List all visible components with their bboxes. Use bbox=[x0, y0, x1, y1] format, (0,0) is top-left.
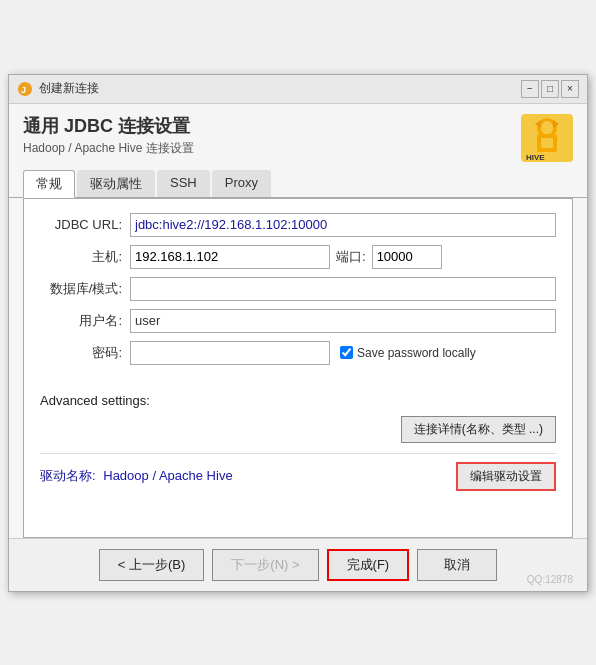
port-label: 端口: bbox=[336, 248, 366, 266]
save-password-label[interactable]: Save password locally bbox=[340, 346, 476, 360]
cancel-button[interactable]: 取消 bbox=[417, 549, 497, 581]
maximize-button[interactable]: □ bbox=[541, 80, 559, 98]
host-row: 主机: 端口: bbox=[40, 245, 556, 269]
password-row: 密码: Save password locally bbox=[40, 341, 556, 365]
username-input[interactable] bbox=[130, 309, 556, 333]
title-controls: − □ × bbox=[521, 80, 579, 98]
svg-rect-6 bbox=[541, 138, 553, 148]
host-port-group: 端口: bbox=[130, 245, 442, 269]
header: 通用 JDBC 连接设置 Hadoop / Apache Hive 连接设置 H… bbox=[9, 104, 587, 166]
advanced-buttons: 连接详情(名称、类型 ...) bbox=[40, 416, 556, 443]
close-button[interactable]: × bbox=[561, 80, 579, 98]
db-label: 数据库/模式: bbox=[40, 280, 130, 298]
window-icon: J bbox=[17, 81, 33, 97]
driver-row: 驱动名称: Hadoop / Apache Hive 编辑驱动设置 bbox=[40, 453, 556, 491]
password-group: Save password locally bbox=[130, 341, 476, 365]
username-row: 用户名: bbox=[40, 309, 556, 333]
next-button[interactable]: 下一步(N) > bbox=[212, 549, 318, 581]
svg-text:HIVE: HIVE bbox=[526, 153, 545, 162]
advanced-section: Advanced settings: 连接详情(名称、类型 ...) bbox=[40, 385, 556, 443]
tab-bar: 常规 驱动属性 SSH Proxy bbox=[9, 170, 587, 198]
jdbc-url-row: JDBC URL: bbox=[40, 213, 556, 237]
header-title: 通用 JDBC 连接设置 bbox=[23, 114, 194, 138]
header-subtitle: Hadoop / Apache Hive 连接设置 bbox=[23, 140, 194, 157]
hive-logo: HIVE bbox=[521, 114, 573, 162]
port-input[interactable] bbox=[372, 245, 442, 269]
db-input[interactable] bbox=[130, 277, 556, 301]
svg-point-4 bbox=[541, 121, 553, 135]
jdbc-url-label: JDBC URL: bbox=[40, 217, 130, 232]
svg-text:J: J bbox=[21, 85, 26, 95]
host-input[interactable] bbox=[130, 245, 330, 269]
username-label: 用户名: bbox=[40, 312, 130, 330]
save-password-checkbox[interactable] bbox=[340, 346, 353, 359]
header-text: 通用 JDBC 连接设置 Hadoop / Apache Hive 连接设置 bbox=[23, 114, 194, 157]
driver-name: 驱动名称: Hadoop / Apache Hive bbox=[40, 467, 233, 485]
advanced-label: Advanced settings: bbox=[40, 393, 556, 408]
window-title: 创建新连接 bbox=[39, 80, 99, 97]
tab-driver[interactable]: 驱动属性 bbox=[77, 170, 155, 197]
password-input[interactable] bbox=[130, 341, 330, 365]
connection-details-button[interactable]: 连接详情(名称、类型 ...) bbox=[401, 416, 556, 443]
tab-ssh[interactable]: SSH bbox=[157, 170, 210, 197]
tab-content: JDBC URL: 主机: 端口: 数据库/模式: 用户名: 密码: bbox=[23, 198, 573, 538]
edit-driver-button[interactable]: 编辑驱动设置 bbox=[456, 462, 556, 491]
tab-general[interactable]: 常规 bbox=[23, 170, 75, 198]
jdbc-url-input[interactable] bbox=[130, 213, 556, 237]
host-label: 主机: bbox=[40, 248, 130, 266]
footer: < 上一步(B) 下一步(N) > 完成(F) 取消 QQ:12878 bbox=[9, 538, 587, 591]
main-window: J 创建新连接 − □ × 通用 JDBC 连接设置 Hadoop / Apac… bbox=[8, 74, 588, 592]
back-button[interactable]: < 上一步(B) bbox=[99, 549, 205, 581]
db-row: 数据库/模式: bbox=[40, 277, 556, 301]
finish-button[interactable]: 完成(F) bbox=[327, 549, 410, 581]
title-bar-left: J 创建新连接 bbox=[17, 80, 99, 97]
title-bar: J 创建新连接 − □ × bbox=[9, 75, 587, 104]
watermark: QQ:12878 bbox=[527, 574, 573, 585]
tab-proxy[interactable]: Proxy bbox=[212, 170, 271, 197]
minimize-button[interactable]: − bbox=[521, 80, 539, 98]
password-label: 密码: bbox=[40, 344, 130, 362]
